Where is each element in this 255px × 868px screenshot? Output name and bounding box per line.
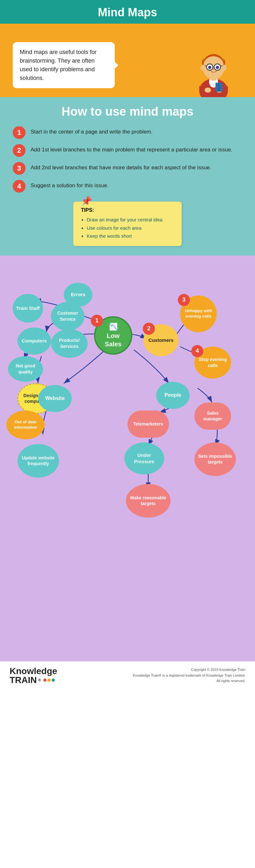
node-people: People <box>156 382 190 409</box>
step-text-1: Start in the center of a page and write … <box>31 126 153 136</box>
how-to-title: How to use mind maps <box>13 105 242 119</box>
step-2: 2 Add 1st level branches to the main pro… <box>13 144 242 157</box>
steps-list: 1 Start in the center of a page and writ… <box>13 126 242 193</box>
logo-train-text: TRAIN <box>9 676 37 685</box>
center-label: Low Sales <box>105 332 121 348</box>
pin-icon: 📌 <box>81 196 92 206</box>
node-out-of-date: Out of date information <box>6 410 45 439</box>
step-4: 4 Suggest a solution for this issue. <box>13 180 242 193</box>
svg-point-10 <box>208 66 211 69</box>
footer-logo: Knowledge TRAIN ® <box>9 667 57 685</box>
badge-2: 2 <box>143 323 155 335</box>
tips-title: TIPS: <box>81 207 174 213</box>
svg-point-2 <box>205 88 211 93</box>
dot-orange <box>47 679 51 682</box>
speech-text: Mind maps are useful tools for brainstor… <box>20 49 97 81</box>
node-train-staff: Train Staff <box>13 294 43 323</box>
node-errors: Errors <box>64 283 93 307</box>
dot-teal <box>51 679 55 682</box>
logo-registered: ® <box>38 678 41 682</box>
step-number-4: 4 <box>13 180 26 193</box>
step-number-2: 2 <box>13 144 26 157</box>
svg-point-7 <box>222 65 227 71</box>
page-title: Mind Maps <box>0 6 255 19</box>
step-number-1: 1 <box>13 126 26 139</box>
badge-1: 1 <box>91 315 103 327</box>
step-text-3: Add 2nd level branches that have more de… <box>31 162 211 172</box>
footer-copyright: Copyright © 2019 Knowledge TrainKnowledg… <box>64 667 246 684</box>
badge-4: 4 <box>191 345 204 357</box>
logo-dots <box>43 679 55 682</box>
tip-item-3: Keep the words short <box>87 232 174 240</box>
tips-card: 📌 TIPS: Draw an image for your central i… <box>73 202 182 246</box>
node-under-pressure: Under Pressure <box>124 442 164 474</box>
speech-bubble: Mind maps are useful tools for brainstor… <box>13 42 115 88</box>
tips-list: Draw an image for your central idea Use … <box>81 216 174 240</box>
step-3: 3 Add 2nd level branches that have more … <box>13 162 242 175</box>
node-update-website: Update website frequently <box>17 444 59 477</box>
mindmap-section: 📉 Low Sales 1 Customer Service Products/… <box>0 255 255 661</box>
node-make-reasonable: Make reasonable targets <box>126 484 171 518</box>
svg-point-6 <box>201 65 205 71</box>
how-to-section: How to use mind maps 1 Start in the cent… <box>0 97 255 255</box>
tip-item-2: Use colours for each area <box>87 224 174 232</box>
copyright-text: Copyright © 2019 Knowledge TrainKnowledg… <box>133 668 246 683</box>
header-section: Mind Maps <box>0 0 255 24</box>
node-sales-manager: Sales manager <box>194 403 231 430</box>
step-number-3: 3 <box>13 162 26 175</box>
badge-3: 3 <box>178 294 190 306</box>
hero-section: Mind maps are useful tools for brainstor… <box>0 24 255 97</box>
node-telemarketers: Telemarketers <box>128 410 169 438</box>
logo-knowledge: Knowledge <box>9 667 57 676</box>
node-not-good-quality: Not good quality <box>8 356 43 382</box>
character-illustration <box>185 33 242 97</box>
tip-item-1: Draw an image for your central idea <box>87 216 174 224</box>
svg-point-5 <box>203 56 224 79</box>
svg-point-11 <box>216 66 219 69</box>
step-text-4: Suggest a solution for this issue. <box>31 180 109 189</box>
node-computers: Computers <box>17 328 51 354</box>
node-products-services: Products/ Services <box>51 329 88 358</box>
step-1: 1 Start in the center of a page and writ… <box>13 126 242 139</box>
step-text-2: Add 1st level branches to the main probl… <box>31 144 232 154</box>
dot-red <box>43 679 46 682</box>
logo-train-line: TRAIN ® <box>9 676 55 685</box>
node-website: Website <box>38 385 72 412</box>
node-sets-impossible: Sets impossible targets <box>194 442 236 476</box>
mindmap-container: 📉 Low Sales 1 Customer Service Products/… <box>0 265 255 649</box>
footer: Knowledge TRAIN ® Copyright © 2019 Knowl… <box>0 661 255 690</box>
